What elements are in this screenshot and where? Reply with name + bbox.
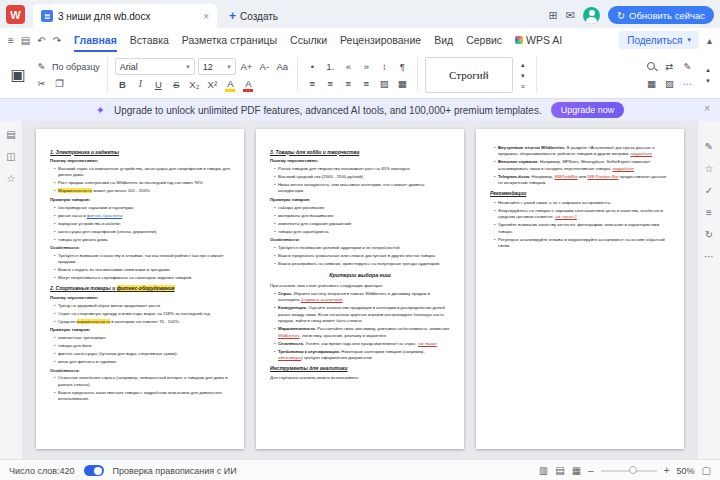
increase-indent-icon[interactable]: » [359,60,374,74]
underline-icon[interactable]: U [151,78,166,92]
replace-icon[interactable]: ⇄ [662,60,677,74]
numbered-list-icon[interactable]: 1. [323,60,338,74]
toolbar-scroll-up-icon[interactable]: ▴ [702,65,714,75]
strikethrough-icon[interactable]: S [169,78,184,92]
fullscreen-icon[interactable]: ▢ [702,465,711,476]
document-page-2[interactable]: 3. Товары для хобби и творчестваПочему п… [256,129,464,449]
wps-logo[interactable]: W [6,5,25,24]
highlight-color-icon[interactable]: A [223,78,238,92]
cut-icon[interactable]: ✂ [34,77,49,91]
align-right-icon[interactable]: ≡ [341,77,356,91]
fill-icon[interactable]: ▨ [662,77,677,91]
copy-icon[interactable]: ❐ [52,77,67,91]
toolbar-scroll-down-icon[interactable]: ▾ [702,76,714,86]
word-count[interactable]: Число слов:420 [9,466,75,476]
menu-item-7[interactable]: WPS AI [515,28,562,52]
zoom-slider[interactable] [601,470,657,472]
navigation-icon[interactable]: ≡ [706,207,712,218]
avatar[interactable] [583,7,600,24]
bold-icon[interactable]: B [115,78,130,92]
grow-font-icon[interactable]: A+ [239,60,254,74]
font-size-select[interactable]: 12 ▾ [198,58,236,75]
style-scroll-up-icon[interactable]: ▴ [517,59,529,69]
menu-item-label: Главная [74,34,117,46]
view-mode-read-icon[interactable]: ▥ [539,465,548,476]
zoom-out-icon[interactable]: – [588,465,594,476]
table-icon[interactable]: ▦ [644,77,659,91]
font-name-select[interactable]: Arial ▾ [115,58,195,75]
superscript-icon[interactable]: X² [205,78,220,92]
more-tools-icon[interactable]: ⋯ [680,77,695,91]
thumbnails-icon[interactable]: ▤ [6,129,15,140]
style-scroll-down-icon[interactable]: ▾ [517,70,529,80]
bullet-marker: • [274,174,276,180]
message-icon[interactable]: ✉ [566,9,575,22]
zoom-level[interactable]: 50% [677,466,695,476]
view-mode-web-icon[interactable]: ▦ [572,465,581,476]
spellcheck-toggle[interactable] [84,465,104,476]
change-case-icon[interactable]: Aa [275,60,290,74]
main-menu-icon[interactable]: ≡ [8,35,14,46]
line-spacing-icon[interactable]: ↕ [377,60,392,74]
new-document-button[interactable]: + Создать [229,9,278,23]
more-panel-icon[interactable]: ⋯ [704,251,714,262]
doc-bullet: •материалы для вышивания; [270,213,450,219]
document-page-1[interactable]: 1. Электроника и гаджетыПочему перспекти… [36,129,244,449]
shading-icon[interactable]: ▨ [377,77,392,91]
close-tab-icon[interactable]: × [203,11,209,22]
chevron-down-icon: ▾ [186,63,190,71]
doc-heading: 3. Товары для хобби и творчества [270,149,450,157]
menu-item-2[interactable]: Разметка страницы [182,28,277,52]
history-icon[interactable]: ↻ [705,229,713,240]
align-left-icon[interactable]: ≡ [305,77,320,91]
upgrade-now-button[interactable]: Upgrade now [551,102,625,118]
share-button[interactable]: Поделиться ▾ [619,31,699,49]
shrink-font-icon[interactable]: A- [257,60,272,74]
subscript-icon[interactable]: X₂ [187,78,202,92]
bullet-marker: • [54,303,56,309]
align-center-icon[interactable]: ≡ [323,77,338,91]
font-color-icon[interactable]: A [241,78,256,92]
doc-bullet: •Спрос на спортивную одежду и инвентарь … [50,311,230,317]
style-gallery-item[interactable]: Строгий [425,57,513,93]
format-painter-icon[interactable]: ✎ [34,60,49,74]
paste-icon[interactable]: ▣ [6,58,30,92]
menu-item-3[interactable]: Ссылки [290,28,327,52]
doc-heading: Критерии выбора ниш [270,272,450,280]
bullet-list-icon[interactable]: • [305,60,320,74]
wps-ai-icon [515,36,523,44]
favorites-icon[interactable]: ☆ [705,163,714,174]
menu-item-5[interactable]: Вид [434,28,453,52]
undo-icon[interactable]: ↶ [37,35,45,46]
doc-heading: 2. Спортивные товары и фитнес-оборудован… [50,285,230,293]
save-icon[interactable]: ▤ [21,35,30,46]
redo-icon[interactable]: ↷ [53,35,61,46]
apps-grid-icon[interactable]: ⊞ [549,9,558,22]
paragraph-mark-icon[interactable]: ¶ [395,60,410,74]
menu-item-6[interactable]: Сервис [466,28,502,52]
bookmarks-icon[interactable]: ◫ [6,151,15,162]
comment-icon[interactable]: ✎ [705,141,713,152]
borders-icon[interactable]: ▦ [395,77,410,91]
collapse-ribbon-icon[interactable]: ▴ [707,35,712,46]
menu-item-4[interactable]: Рецензирование [340,28,421,52]
banner-text: Upgrade to unlock unlimited PDF features… [114,105,542,116]
tasks-icon[interactable]: ✓ [705,185,713,196]
zoom-in-icon[interactable]: + [664,465,670,476]
style-more-icon[interactable]: ≡ [517,81,529,91]
menu-item-1[interactable]: Вставка [130,28,169,52]
italic-icon[interactable]: I [133,78,148,92]
zoom-slider-knob[interactable] [629,466,637,474]
justify-icon[interactable]: ≡ [359,77,374,91]
outline-icon[interactable]: ☆ [7,173,16,184]
banner-close-icon[interactable]: × [704,103,710,114]
view-mode-print-icon[interactable]: ▤ [555,465,564,476]
document-tab[interactable]: ≣ 3 ниши для wb.docx × [33,4,217,28]
decrease-indent-icon[interactable]: « [341,60,356,74]
upgrade-button[interactable]: ↻ Обновить сейчас [608,6,714,24]
edit-mode-icon[interactable]: ✎ [680,60,695,74]
menu-item-0[interactable]: Главная [74,28,117,52]
document-page-3[interactable]: •Внутренние отчеты Wildberries. В раздел… [476,129,684,449]
find-icon[interactable] [644,60,659,74]
format-painter-label[interactable]: По образцу [52,62,100,72]
